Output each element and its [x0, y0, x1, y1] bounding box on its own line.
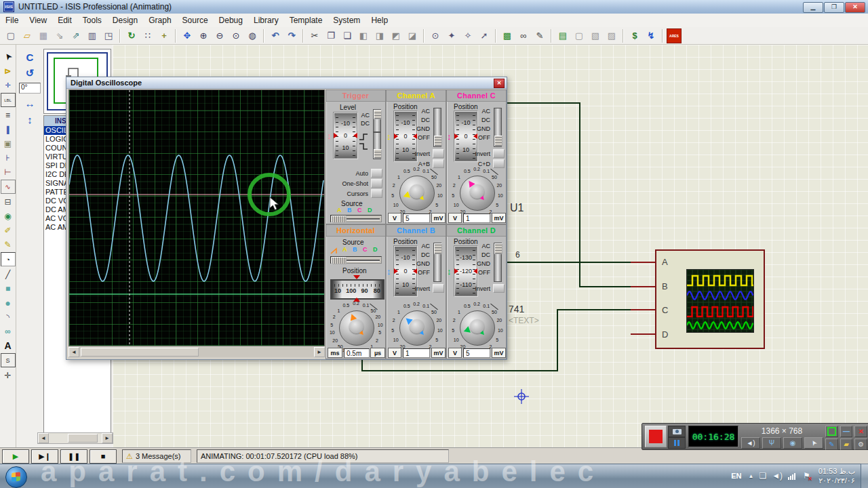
cursor-capture-icon[interactable]: ➤: [804, 437, 823, 449]
packaging-icon[interactable]: ✧: [460, 28, 475, 43]
save-icon[interactable]: ▦: [36, 28, 51, 43]
pan-icon[interactable]: ✥: [180, 28, 195, 43]
bus-mode-icon[interactable]: ∥: [1, 123, 15, 136]
invert-button[interactable]: [493, 149, 505, 158]
menu-item[interactable]: Tools: [77, 14, 107, 27]
trigger-level-cursor[interactable]: ↕: [327, 131, 332, 141]
sep[interactable]: [423, 29, 425, 43]
horizontal-timebase-knob[interactable]: 0.50.20.11251020501002005020105210.5: [327, 301, 385, 350]
marker-2d-icon[interactable]: ✛: [1, 369, 15, 382]
tray-expand-icon[interactable]: ▲: [748, 473, 753, 479]
message-panel[interactable]: ⚠ 3 Message(s): [122, 449, 191, 463]
language-indicator[interactable]: EN: [731, 472, 741, 480]
block-rotate-icon[interactable]: ◩: [389, 28, 403, 43]
text-script-icon[interactable]: ≡: [1, 108, 15, 121]
zoom-all-icon[interactable]: ⊙: [229, 28, 243, 43]
minimize-button[interactable]: ▁: [803, 2, 823, 13]
scroll-right-icon[interactable]: ►: [314, 347, 325, 357]
pick-device-icon[interactable]: ⊙: [428, 28, 443, 43]
wire-label-icon[interactable]: LBL: [1, 93, 16, 107]
text-2d-icon[interactable]: A: [1, 339, 15, 352]
wire[interactable]: [557, 309, 631, 310]
menu-item[interactable]: Design: [107, 14, 143, 27]
stop-button[interactable]: ■: [90, 449, 117, 464]
invert-button[interactable]: [433, 149, 444, 158]
electrical-check-icon[interactable]: ↯: [644, 28, 658, 43]
wire[interactable]: [579, 286, 632, 287]
sep[interactable]: [551, 29, 552, 43]
knob-dial[interactable]: [339, 310, 374, 346]
settings-gear-icon[interactable]: ⚙: [854, 439, 867, 450]
oscilloscope-title-bar[interactable]: Digital Oscilloscope ✕: [66, 77, 507, 89]
network-bars-icon[interactable]: [788, 472, 797, 480]
zoom-area-icon[interactable]: ◍: [245, 28, 260, 43]
channel-gain-knob[interactable]: 0.50.20.1125102050201052: [387, 301, 446, 350]
position-cursor[interactable]: ↕: [387, 266, 391, 277]
close-recorder-icon[interactable]: ✕: [854, 426, 867, 437]
selection-pointer-icon[interactable]: ➤: [0, 47, 17, 66]
menu-item[interactable]: File: [0, 14, 24, 27]
position-cursor[interactable]: ↕: [447, 266, 452, 277]
arc-2d-icon[interactable]: ◝: [1, 310, 15, 323]
cursors-button[interactable]: [371, 189, 382, 198]
pencil-icon[interactable]: ✎: [825, 439, 838, 450]
webcam-icon[interactable]: ◉: [783, 437, 802, 449]
sep[interactable]: [662, 29, 663, 43]
play-button[interactable]: ▶: [2, 449, 29, 464]
trigger-edge-slider[interactable]: [373, 132, 381, 159]
menu-item[interactable]: Library: [248, 14, 284, 27]
pause-button[interactable]: ❚❚: [60, 449, 87, 464]
design-explorer-icon[interactable]: ▤: [555, 28, 570, 43]
horizontal-position-display[interactable]: 10 100 90 80: [330, 279, 384, 300]
menu-item[interactable]: Source: [177, 14, 214, 27]
record-pause-icon[interactable]: [668, 437, 686, 449]
microphone-icon[interactable]: Ψ: [762, 437, 781, 449]
sep[interactable]: [263, 29, 264, 43]
wire[interactable]: [361, 358, 363, 371]
voltage-probe-icon[interactable]: ✐: [1, 224, 15, 237]
knob-dial[interactable]: [460, 176, 495, 211]
menu-item[interactable]: System: [328, 14, 366, 27]
step-button[interactable]: ▶❙: [31, 449, 58, 464]
grid-toggle-icon[interactable]: ∷: [140, 28, 155, 43]
new-sheet-icon[interactable]: ▢: [572, 28, 587, 43]
goto-sheet-icon[interactable]: ▨: [604, 28, 619, 43]
component-mode-icon[interactable]: ⊳: [1, 64, 15, 77]
start-button[interactable]: [5, 466, 27, 488]
mirror-h-button[interactable]: ↔: [22, 96, 37, 110]
decompose-icon[interactable]: ➚: [477, 28, 492, 43]
property-tool-icon[interactable]: ✎: [532, 28, 547, 43]
sep[interactable]: [623, 29, 624, 43]
refresh-icon[interactable]: ↻: [124, 28, 139, 43]
redo-icon[interactable]: ↷: [284, 28, 299, 43]
horizontal-source-slider[interactable]: [330, 256, 382, 264]
speaker-icon[interactable]: ◄): [741, 437, 760, 449]
wire[interactable]: [506, 262, 631, 263]
auto-button[interactable]: [371, 169, 382, 178]
wire[interactable]: [557, 309, 558, 371]
tray-clock[interactable]: 01:53 ب.ظ ۲۰۲۰/۲۳/۰۶: [818, 466, 855, 485]
virtual-instruments-icon[interactable]: ◔: [1, 252, 16, 266]
ares-icon[interactable]: ARES: [667, 28, 682, 43]
folder-icon[interactable]: ▰: [840, 439, 853, 450]
action-center-icon[interactable]: ❏: [759, 471, 766, 481]
line-2d-icon[interactable]: ╱: [1, 268, 15, 281]
coupling-slider[interactable]: [494, 108, 502, 147]
tape-recorder-icon[interactable]: ⊟: [1, 195, 15, 208]
knob-dial[interactable]: [399, 310, 435, 346]
minimize-recorder-icon[interactable]: —: [840, 426, 853, 437]
scroll-thumb[interactable]: [81, 348, 199, 357]
menu-item[interactable]: Help: [366, 14, 393, 27]
paste-icon[interactable]: ❏: [340, 28, 355, 43]
position-cursor[interactable]: ↕: [387, 131, 391, 142]
subcircuit-icon[interactable]: ▣: [1, 137, 15, 150]
print-icon[interactable]: ▥: [85, 28, 100, 43]
wire[interactable]: [361, 370, 558, 371]
coupling-slider[interactable]: [433, 108, 441, 147]
network-error-flag-icon[interactable]: ⚑✕: [803, 471, 810, 481]
coupling-slider[interactable]: [433, 243, 441, 282]
position-cursor[interactable]: ↕: [447, 131, 452, 142]
component-ref[interactable]: U1: [510, 202, 524, 214]
block-delete-icon[interactable]: ◪: [405, 28, 420, 43]
cut-icon[interactable]: ✂: [307, 28, 322, 43]
